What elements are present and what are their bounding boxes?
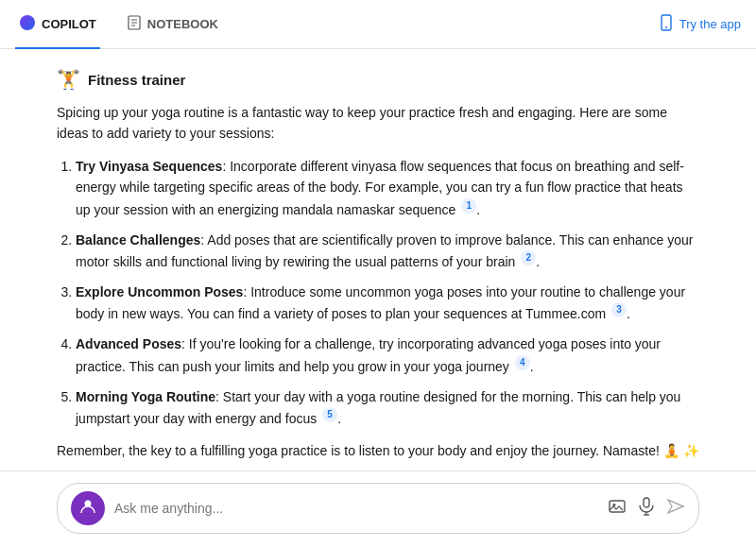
svg-point-6 bbox=[665, 26, 667, 28]
send-button[interactable] bbox=[666, 497, 685, 521]
phone-icon bbox=[659, 14, 674, 34]
microphone-icon[interactable] bbox=[638, 497, 655, 521]
chat-input[interactable] bbox=[114, 501, 598, 516]
copilot-tab-label: COPILOT bbox=[42, 17, 96, 31]
notebook-icon bbox=[127, 15, 142, 33]
nav-tabs: COPILOT NOTEBOOK bbox=[15, 0, 222, 49]
image-icon[interactable] bbox=[608, 497, 627, 521]
notebook-tab-label: NOTEBOOK bbox=[147, 17, 218, 31]
citation-1[interactable]: 1 bbox=[461, 198, 476, 214]
response-block: 🏋️ Fitness trainer Spicing up your yoga … bbox=[57, 68, 699, 470]
input-actions bbox=[608, 497, 685, 521]
response-list: Try Vinyasa Sequences: Incorporate diffe… bbox=[57, 156, 699, 430]
list-item: Advanced Poses: If you're looking for a … bbox=[76, 333, 699, 376]
item-bold: Explore Uncommon Poses bbox=[76, 284, 243, 299]
header: COPILOT NOTEBOOK Try the app bbox=[0, 0, 756, 49]
item-bold: Try Vinyasa Sequences bbox=[76, 159, 222, 174]
avatar-icon-symbol bbox=[78, 497, 97, 520]
item-bold: Advanced Poses bbox=[76, 336, 181, 351]
avatar bbox=[71, 491, 105, 525]
citation-2[interactable]: 2 bbox=[521, 250, 536, 265]
main-content: 🏋️ Fitness trainer Spicing up your yoga … bbox=[0, 49, 756, 470]
citation-3[interactable]: 3 bbox=[611, 302, 627, 317]
input-row bbox=[57, 483, 699, 534]
intro-text: Spicing up your yoga routine is a fantas… bbox=[57, 102, 699, 145]
item-bold: Morning Yoga Routine bbox=[76, 389, 215, 404]
list-item: Morning Yoga Routine: Start your day wit… bbox=[76, 386, 699, 429]
header-right: Try the app bbox=[659, 14, 741, 34]
tab-notebook[interactable]: NOTEBOOK bbox=[123, 0, 222, 49]
trainer-header: 🏋️ Fitness trainer bbox=[57, 68, 699, 91]
svg-rect-10 bbox=[644, 498, 649, 507]
item-bold: Balance Challenges bbox=[76, 232, 200, 248]
list-item: Balance Challenges: Add poses that are s… bbox=[76, 230, 699, 272]
citation-5[interactable]: 5 bbox=[322, 407, 337, 422]
copilot-icon bbox=[19, 14, 36, 35]
input-area bbox=[0, 470, 756, 547]
list-item: Try Vinyasa Sequences: Incorporate diffe… bbox=[76, 156, 699, 220]
trainer-emoji: 🏋️ bbox=[57, 68, 80, 91]
closing-text: Remember, the key to a fulfilling yoga p… bbox=[57, 440, 699, 461]
svg-point-0 bbox=[20, 15, 35, 30]
list-item: Explore Uncommon Poses: Introduce some u… bbox=[76, 282, 699, 324]
citation-4[interactable]: 4 bbox=[515, 355, 530, 370]
try-app-button[interactable]: Try the app bbox=[659, 14, 741, 34]
tab-copilot[interactable]: COPILOT bbox=[15, 0, 100, 49]
trainer-label: Fitness trainer bbox=[88, 72, 185, 88]
try-app-label: Try the app bbox=[679, 17, 741, 31]
